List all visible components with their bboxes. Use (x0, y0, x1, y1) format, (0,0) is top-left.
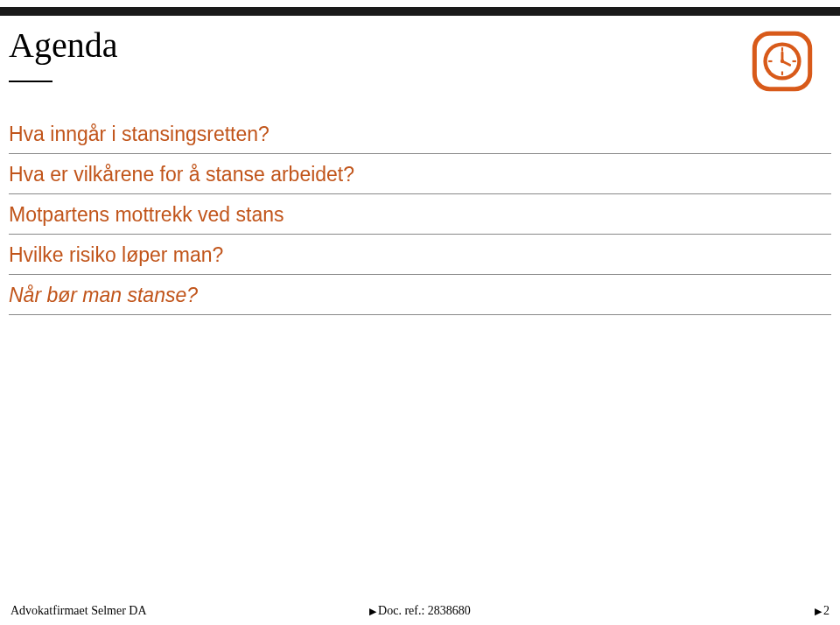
doc-ref: Doc. ref.: 2838680 (378, 604, 471, 617)
svg-point-9 (780, 60, 784, 63)
agenda-item: Når bør man stanse? (9, 275, 831, 315)
footer: Advokatfirmaet Selmer DA ▶Doc. ref.: 283… (0, 604, 840, 618)
agenda-item: Hvilke risiko løper man? (9, 235, 831, 275)
footer-center: ▶Doc. ref.: 2838680 (369, 604, 471, 618)
footer-right: ▶2 (815, 604, 830, 618)
triangle-right-icon: ▶ (815, 606, 822, 617)
agenda-item: Motpartens mottrekk ved stans (9, 194, 831, 235)
title-underline (9, 81, 52, 82)
footer-left: Advokatfirmaet Selmer DA (10, 604, 147, 618)
clock-badge-icon (751, 30, 814, 93)
agenda-item: Hva er vilkårene for å stanse arbeidet? (9, 154, 831, 194)
slide: Agenda Hva inngår i stansingsrette (0, 0, 840, 625)
agenda-item: Hva inngår i stansingsretten? (9, 114, 831, 154)
triangle-right-icon: ▶ (369, 606, 376, 617)
page-number: 2 (823, 604, 830, 617)
top-bar (0, 7, 840, 16)
agenda-list: Hva inngår i stansingsretten? Hva er vil… (9, 114, 831, 315)
page-title: Agenda (9, 25, 117, 66)
